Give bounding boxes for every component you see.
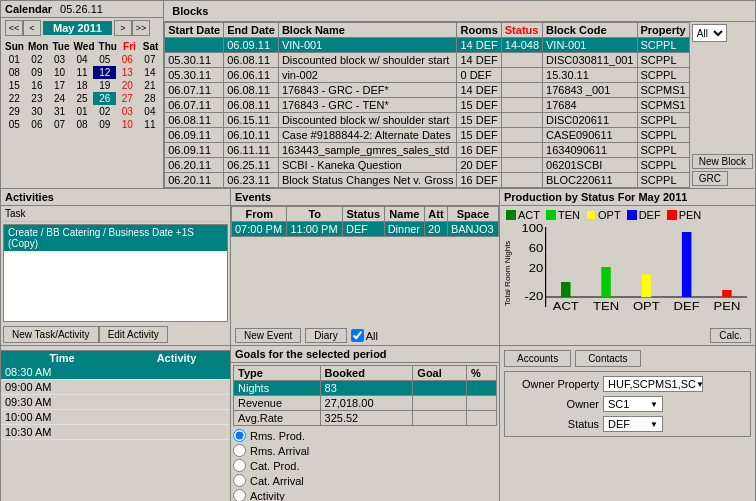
accounts-btn[interactable]: Accounts <box>504 350 571 367</box>
cal-day[interactable]: 06 <box>26 118 49 131</box>
new-task-btn[interactable]: New Task/Activity <box>3 326 99 343</box>
diary-btn[interactable]: Diary <box>305 328 346 343</box>
table-cell <box>413 411 467 426</box>
table-cell: Discounted block w/ shoulder start <box>278 113 457 128</box>
cal-day[interactable]: 01 <box>71 105 94 118</box>
table-row[interactable]: 08:30 AM <box>1 365 230 380</box>
cal-day[interactable]: 13 <box>116 66 139 79</box>
table-cell: 17684 <box>543 98 637 113</box>
table-row[interactable]: 06.09.1106.10.11Case #9188844-2: Alterna… <box>165 128 690 143</box>
cal-day[interactable]: 17 <box>48 79 71 92</box>
cal-day[interactable]: 14 <box>139 66 162 79</box>
cal-day[interactable]: 16 <box>26 79 49 92</box>
table-row[interactable]: 09:00 AM <box>1 380 230 395</box>
cal-next-next-btn[interactable]: >> <box>132 20 150 36</box>
cal-day[interactable]: 10 <box>116 118 139 131</box>
cal-day[interactable]: 09 <box>93 118 116 131</box>
cal-day[interactable]: 31 <box>48 105 71 118</box>
cal-day[interactable]: 28 <box>139 92 162 105</box>
cal-day[interactable]: 11 <box>139 118 162 131</box>
cal-day[interactable]: 12 <box>93 66 116 79</box>
table-row[interactable]: 10:30 AM <box>1 425 230 440</box>
table-cell <box>123 365 230 380</box>
table-row[interactable]: Nights83 <box>234 381 497 396</box>
calc-btn[interactable]: Calc. <box>710 328 751 343</box>
cal-day[interactable]: 20 <box>116 79 139 92</box>
table-row[interactable]: 06.07.1106.08.11176843 - GRC - TEN*15 DE… <box>165 98 690 113</box>
cal-day[interactable]: 04 <box>139 105 162 118</box>
cal-day[interactable]: 23 <box>26 92 49 105</box>
cal-day[interactable]: 15 <box>3 79 26 92</box>
cal-day[interactable]: 19 <box>93 79 116 92</box>
table-row[interactable]: 05.30.1106.06.11vin-0020 DEF15.30.11SCPP… <box>165 68 690 83</box>
blocks-all-select[interactable]: All <box>692 24 727 42</box>
cal-day[interactable]: 07 <box>139 53 162 66</box>
cal-day[interactable]: 24 <box>48 92 71 105</box>
cal-day[interactable]: 05 <box>93 53 116 66</box>
cal-day[interactable]: 07 <box>48 118 71 131</box>
table-row[interactable]: 05.30.1106.08.11Discounted block w/ shou… <box>165 53 690 68</box>
contacts-btn[interactable]: Contacts <box>575 350 640 367</box>
table-row[interactable]: 10:00 AM <box>1 410 230 425</box>
blocks-col-code: Block Code <box>543 23 637 38</box>
table-row[interactable]: 09:30 AM <box>1 395 230 410</box>
cal-day[interactable]: 02 <box>93 105 116 118</box>
yaxis-label: Total Room Nights <box>502 222 516 324</box>
all-checkbox[interactable] <box>351 329 364 342</box>
cal-day[interactable]: 11 <box>71 66 94 79</box>
table-row[interactable]: 06.20.1106.23.11Block Status Changes Net… <box>165 173 690 188</box>
cal-day[interactable]: 05 <box>3 118 26 131</box>
cal-day[interactable]: 02 <box>26 53 49 66</box>
table-row[interactable]: 06.20.1106.25.11SCBI - Kaneka Question20… <box>165 158 690 173</box>
cal-day[interactable]: 01 <box>3 53 26 66</box>
cal-day[interactable]: 08 <box>71 118 94 131</box>
list-item[interactable]: Create / BB Catering / Business Date +1S… <box>4 225 227 251</box>
cal-day[interactable]: 26 <box>93 92 116 105</box>
table-row[interactable]: Revenue27,018.00 <box>234 396 497 411</box>
table-cell <box>466 396 496 411</box>
cal-next-btn[interactable]: > <box>114 20 132 36</box>
cal-day[interactable]: 08 <box>3 66 26 79</box>
cal-day[interactable]: 29 <box>3 105 26 118</box>
table-row[interactable]: 06.09.11VIN-00114 DEF14-048VIN-001SCPPL <box>165 38 690 53</box>
new-event-btn[interactable]: New Event <box>235 328 301 343</box>
grc-btn[interactable]: GRC <box>692 171 728 186</box>
table-row[interactable]: 07:00 PM11:00 PMDEFDinner20BANJO3 <box>232 222 499 237</box>
radio-rms-prod-input[interactable] <box>233 429 246 442</box>
new-block-btn[interactable]: New Block <box>692 154 753 169</box>
table-cell: Nights <box>234 381 321 396</box>
status-label: Status <box>509 418 599 430</box>
table-row[interactable]: 06.07.1106.08.11176843 - GRC - DEF*14 DE… <box>165 83 690 98</box>
owner-arrow[interactable]: ▼ <box>650 400 658 409</box>
cal-prev-prev-btn[interactable]: << <box>5 20 23 36</box>
cal-day[interactable]: 21 <box>139 79 162 92</box>
cal-day[interactable]: 03 <box>48 53 71 66</box>
cal-day[interactable]: 25 <box>71 92 94 105</box>
radio-rms-arrival-input[interactable] <box>233 444 246 457</box>
edit-activity-btn[interactable]: Edit Activity <box>99 326 168 343</box>
table-row[interactable]: Avg.Rate325.52 <box>234 411 497 426</box>
cal-day[interactable]: 03 <box>116 105 139 118</box>
cal-prev-btn[interactable]: < <box>23 20 41 36</box>
cal-day[interactable]: 18 <box>71 79 94 92</box>
table-row[interactable]: 06.08.1106.15.11Discounted block w/ shou… <box>165 113 690 128</box>
table-row[interactable]: 06.09.1106.11.11163443_sample_gmres_sale… <box>165 143 690 158</box>
radio-activity-input[interactable] <box>233 489 246 501</box>
status-arrow[interactable]: ▼ <box>650 420 658 429</box>
cal-day[interactable]: 27 <box>116 92 139 105</box>
cal-day[interactable]: 22 <box>3 92 26 105</box>
radio-cat-prod-input[interactable] <box>233 459 246 472</box>
radio-cat-arrival-input[interactable] <box>233 474 246 487</box>
cal-day[interactable]: 10 <box>48 66 71 79</box>
table-cell: 16 DEF <box>457 143 501 158</box>
owner-text: SC1 <box>608 398 650 410</box>
owner-property-arrow[interactable]: ▼ <box>696 380 704 389</box>
table-cell: 06.20.11 <box>165 173 224 188</box>
table-cell <box>413 381 467 396</box>
cal-day[interactable]: 30 <box>26 105 49 118</box>
blocks-col-prop: Property <box>637 23 689 38</box>
cal-day[interactable]: 09 <box>26 66 49 79</box>
cal-day[interactable]: 06 <box>116 53 139 66</box>
table-cell: 06.23.11 <box>224 173 279 188</box>
cal-day[interactable]: 04 <box>71 53 94 66</box>
